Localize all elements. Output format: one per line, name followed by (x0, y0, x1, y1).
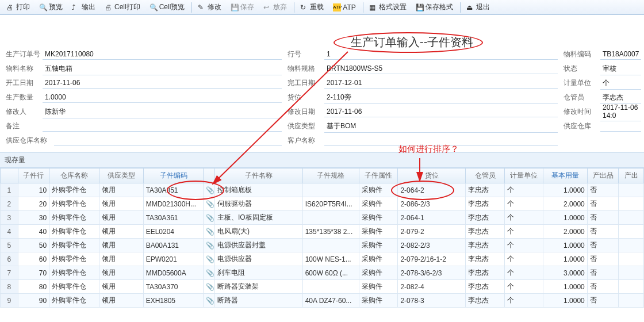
cell[interactable]: 外购零件仓 (49, 239, 99, 252)
cell[interactable]: 📎 (204, 280, 215, 294)
table-row[interactable]: 440外购零件仓领用EEL0204📎电风扇(大)135*135*38 2...采… (1, 225, 644, 239)
attachment-icon[interactable]: 📎 (206, 186, 214, 194)
val-supwh[interactable] (600, 121, 641, 132)
val-matname[interactable]: 五轴电箱 (43, 63, 282, 75)
cell[interactable]: 2-082-4 (398, 280, 466, 294)
export-button[interactable]: ⤴输出 (68, 1, 99, 14)
cell[interactable]: 外购零件仓 (49, 266, 99, 280)
cell[interactable]: 个 (504, 197, 543, 211)
cell[interactable]: 李忠杰 (466, 266, 505, 280)
cell[interactable]: 否 (587, 252, 619, 266)
cell[interactable]: 2-079-2 (398, 225, 466, 239)
cell[interactable]: 采购件 (359, 294, 398, 308)
cell[interactable]: 否 (587, 183, 619, 197)
cell[interactable]: 2-086-2/3 (398, 197, 466, 211)
cell[interactable]: EXH1805 (143, 294, 204, 308)
attachment-icon[interactable]: 📎 (206, 269, 214, 277)
cell[interactable]: 60 (18, 252, 49, 266)
cell[interactable]: 外购零件仓 (49, 294, 99, 308)
cell[interactable]: 2.0000 (543, 225, 587, 239)
cell[interactable]: 2-082-2/3 (398, 239, 466, 252)
cell[interactable]: 135*135*38 2... (302, 225, 359, 239)
val-status[interactable]: 审核 (600, 63, 641, 75)
cell[interactable]: 2-078-3/6-2/3 (398, 266, 466, 280)
cell[interactable] (619, 211, 644, 225)
cell[interactable]: 采购件 (359, 197, 398, 211)
table-row[interactable]: 880外购零件仓领用TA30A370📎断路器安装架采购件2-082-4李忠杰个1… (1, 280, 644, 294)
cell[interactable]: 6 (1, 252, 18, 266)
val-suptype[interactable]: 基于BOM (324, 120, 558, 133)
cell[interactable]: 领用 (99, 211, 143, 225)
cell[interactable]: 40A DZ47-60... (302, 294, 359, 308)
cell[interactable]: 个 (504, 211, 543, 225)
cell[interactable]: 3.0000 (543, 266, 587, 280)
cell[interactable]: 主板、IO板固定板 (214, 211, 302, 225)
reload-button[interactable]: ↻重载 (296, 1, 328, 14)
val-startdate[interactable]: 2017-11-06 (43, 78, 282, 89)
cell[interactable]: 📎 (204, 252, 215, 266)
print-button[interactable]: 🖨打印 (2, 1, 34, 14)
exit-button[interactable]: ⏏退出 (462, 1, 494, 14)
table-row[interactable]: 550外购零件仓领用BA00A131📎电源供应器封盖采购件2-082-2/3李忠… (1, 239, 644, 252)
cell[interactable]: 5 (1, 239, 18, 252)
col-header[interactable]: 供应类型 (99, 168, 143, 183)
cell[interactable] (619, 239, 644, 252)
cell[interactable]: 📎 (204, 294, 215, 308)
cell[interactable]: 控制箱底板 (214, 183, 302, 197)
col-header[interactable]: 子件名称 (214, 168, 302, 183)
val-remark[interactable] (43, 121, 282, 132)
cell[interactable]: 1.0000 (543, 211, 587, 225)
cell[interactable] (302, 183, 359, 197)
cell[interactable]: 100W NES-1... (302, 252, 359, 266)
cell[interactable]: TA30A361 (143, 211, 204, 225)
cell[interactable]: 李忠杰 (466, 239, 505, 252)
cell[interactable]: 📎 (204, 197, 215, 211)
cell[interactable]: 刹车电阻 (214, 266, 302, 280)
cell[interactable]: 个 (504, 239, 543, 252)
cell[interactable]: 否 (587, 266, 619, 280)
cell[interactable]: 2.0000 (543, 197, 587, 211)
cell[interactable]: 领用 (99, 266, 143, 280)
cell[interactable]: 1 (1, 183, 18, 197)
val-enddate[interactable]: 2017-12-01 (324, 78, 558, 89)
cell[interactable]: 8 (1, 280, 18, 294)
col-header[interactable]: 产出 (619, 168, 644, 183)
cell-print-button[interactable]: 🖨Cell打印 (101, 1, 144, 14)
cell[interactable]: 李忠杰 (466, 252, 505, 266)
val-modifier[interactable]: 陈新华 (43, 106, 282, 118)
attachment-icon[interactable]: 📎 (206, 214, 214, 222)
cell[interactable]: 领用 (99, 239, 143, 252)
cell[interactable]: 领用 (99, 294, 143, 308)
cell[interactable]: 30 (18, 211, 49, 225)
col-header[interactable]: 子件行 (18, 168, 49, 183)
cell[interactable] (619, 197, 644, 211)
cell[interactable]: 个 (504, 252, 543, 266)
cell[interactable] (619, 294, 644, 308)
preview-button[interactable]: 🔍预览 (35, 1, 67, 14)
cell[interactable]: 600W 60Ω (... (302, 266, 359, 280)
cell[interactable]: 电源供应器 (214, 252, 302, 266)
cell[interactable]: 外购零件仓 (49, 280, 99, 294)
cell[interactable]: 伺服驱动器 (214, 197, 302, 211)
val-matcode[interactable]: TB18A0007 (600, 49, 641, 60)
cell[interactable]: MMD021300H... (143, 197, 204, 211)
cell[interactable]: 领用 (99, 252, 143, 266)
col-header[interactable]: 货位 (398, 168, 466, 183)
cell[interactable]: 李忠杰 (466, 211, 505, 225)
cell[interactable]: 7 (1, 266, 18, 280)
col-header[interactable]: 计量单位 (504, 168, 543, 183)
cell[interactable]: 个 (504, 280, 543, 294)
cell[interactable]: 4 (1, 225, 18, 239)
cell[interactable]: 断路器安装架 (214, 280, 302, 294)
cell[interactable]: 否 (587, 294, 619, 308)
attachment-icon[interactable]: 📎 (206, 297, 214, 305)
cell[interactable]: 外购零件仓 (49, 211, 99, 225)
cell[interactable]: 采购件 (359, 252, 398, 266)
cell[interactable] (302, 280, 359, 294)
cell[interactable]: 领用 (99, 197, 143, 211)
cell[interactable]: 📎 (204, 211, 215, 225)
cell[interactable]: 个 (504, 183, 543, 197)
cell[interactable]: 外购零件仓 (49, 225, 99, 239)
cell[interactable]: 外购零件仓 (49, 252, 99, 266)
cell[interactable]: 采购件 (359, 183, 398, 197)
